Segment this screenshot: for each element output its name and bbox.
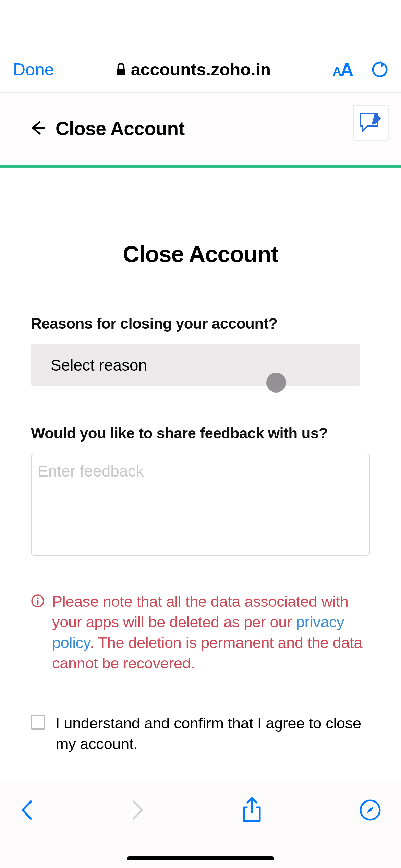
browser-back-button[interactable] [20, 799, 34, 821]
open-in-safari-button[interactable] [359, 799, 381, 821]
safari-bottom-row [0, 782, 401, 823]
share-button[interactable] [242, 797, 262, 823]
feedback-label: Would you like to share feedback with us… [31, 425, 370, 442]
warning-text: Please note that all the data associated… [52, 591, 370, 673]
info-icon [31, 594, 45, 609]
safari-right-controls: AA [332, 59, 388, 80]
main-heading: Close Account [31, 241, 370, 267]
svg-rect-3 [37, 600, 39, 605]
warning-notice: Please note that all the data associated… [31, 591, 370, 673]
main-content: Close Account Reasons for closing your a… [0, 241, 401, 826]
reload-button[interactable] [372, 61, 388, 79]
text-size-large-a: A [340, 59, 352, 80]
feedback-bubble-icon [359, 112, 383, 134]
done-button[interactable]: Done [13, 60, 54, 80]
lock-icon [116, 63, 126, 76]
reason-select[interactable]: Select reason [31, 344, 360, 386]
back-arrow-button[interactable] [29, 120, 45, 137]
page-header-title: Close Account [56, 118, 185, 140]
safari-bottom-toolbar [0, 782, 401, 868]
home-indicator[interactable] [127, 856, 274, 860]
touch-indicator [266, 373, 286, 393]
warning-text-post: . The deletion is permanent and the data… [52, 634, 362, 672]
feedback-field: Would you like to share feedback with us… [31, 425, 370, 557]
browser-forward-button [131, 799, 145, 821]
page-header: Close Account [0, 93, 401, 165]
confirm-row: I understand and confirm that I agree to… [31, 713, 370, 754]
feedback-textarea[interactable] [31, 454, 370, 556]
confirm-checkbox[interactable] [31, 715, 45, 730]
svg-rect-0 [117, 69, 125, 75]
confirm-text: I understand and confirm that I agree to… [56, 713, 370, 754]
safari-address-bar: Done accounts.zoho.in AA [0, 0, 401, 93]
svg-point-2 [37, 597, 38, 599]
url-text: accounts.zoho.in [131, 60, 271, 80]
reason-label: Reasons for closing your account? [31, 315, 370, 332]
text-size-button[interactable]: AA [332, 59, 352, 80]
reason-field: Reasons for closing your account? Select… [31, 315, 370, 386]
url-display[interactable]: accounts.zoho.in [116, 60, 271, 80]
feedback-button[interactable] [353, 105, 389, 141]
reason-select-placeholder: Select reason [51, 356, 147, 374]
safari-top-row: Done accounts.zoho.in AA [13, 59, 388, 80]
text-size-small-a: A [332, 64, 340, 79]
progress-bar [0, 165, 401, 168]
